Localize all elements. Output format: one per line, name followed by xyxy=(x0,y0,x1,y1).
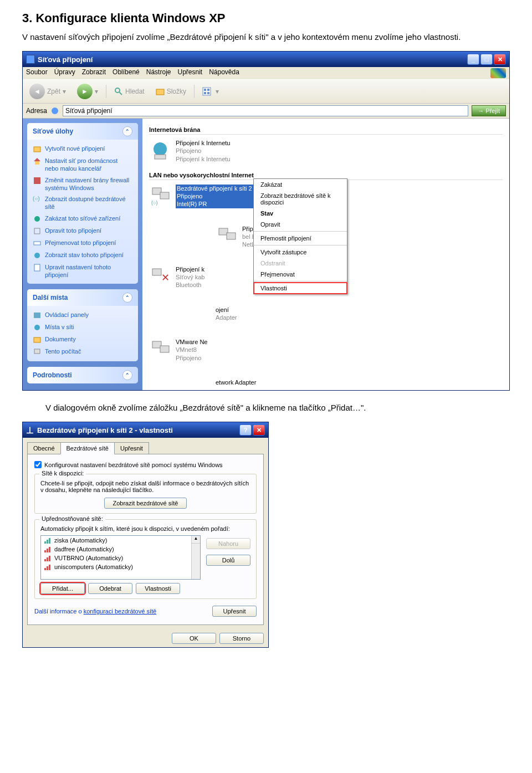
menu-tools[interactable]: Nástroje xyxy=(146,68,171,78)
connection-adapter[interactable]: ojeníAdapter xyxy=(216,306,360,322)
remove-button[interactable]: Odebrat xyxy=(88,583,132,594)
ctx-delete: Odstranit xyxy=(254,258,347,269)
tab-advanced[interactable]: Upřesnit xyxy=(114,442,149,454)
svg-rect-5 xyxy=(207,89,209,91)
props-titlebar[interactable]: ⊥ Bezdrátové připojení k síti 2 - vlastn… xyxy=(23,422,268,438)
intro-paragraph: V nastavení síťových připojení zvolíme „… xyxy=(22,31,510,43)
separator xyxy=(254,245,347,245)
svg-rect-20 xyxy=(34,337,40,342)
ctx-show-wireless[interactable]: Zobrazit bezdrátové sítě k dispozici xyxy=(254,190,347,208)
svg-rect-43 xyxy=(49,556,50,561)
minimize-button[interactable]: _ xyxy=(467,54,479,65)
section-heading: 3. Konfigurace klienta Windows XP xyxy=(22,11,510,25)
network-adapter-icon: ✕ xyxy=(149,265,171,288)
address-input[interactable] xyxy=(63,105,468,116)
task-setup-home[interactable]: Nastavit síť pro domácnost nebo malou ka… xyxy=(33,155,132,175)
collapse-icon[interactable]: ⌃ xyxy=(122,370,132,380)
move-down-button[interactable]: Dolů xyxy=(206,555,250,566)
ctx-status[interactable]: Stav xyxy=(254,208,347,219)
connection-network-adapter[interactable]: etwork Adapter xyxy=(216,378,360,386)
properties-button[interactable]: Vlastnosti xyxy=(136,583,180,594)
add-button[interactable]: Přidat... xyxy=(40,583,85,594)
svg-rect-40 xyxy=(49,547,50,552)
close-button[interactable]: ✕ xyxy=(494,54,506,65)
svg-rect-9 xyxy=(34,147,40,152)
use-windows-config-checkbox[interactable] xyxy=(34,461,42,468)
menu-favorites[interactable]: Oblíbené xyxy=(112,68,140,78)
svg-rect-41 xyxy=(44,559,46,561)
views-button[interactable]: ▾ xyxy=(199,85,222,98)
tab-general[interactable]: Obecné xyxy=(27,442,61,454)
tab-content: Konfigurovat nastavení bezdrátové sítě p… xyxy=(27,454,264,625)
scroll-up-icon[interactable]: ▲ xyxy=(192,536,200,544)
task-repair[interactable]: Opravit toto připojení xyxy=(33,225,132,237)
address-bar: Adresa → Přejít xyxy=(23,104,509,119)
place-documents[interactable]: Dokumenty xyxy=(33,334,132,346)
place-my-computer[interactable]: Tento počítač xyxy=(33,346,132,358)
ctx-rename[interactable]: Přejmenovat xyxy=(254,269,347,280)
use-windows-config-label: Konfigurovat nastavení bezdrátové sítě p… xyxy=(44,462,223,468)
menu-advanced[interactable]: Upřesnit xyxy=(177,68,202,78)
mid-paragraph: V dialogovém okně zvolíme záložku „Bezdr… xyxy=(22,402,510,413)
collapse-icon[interactable]: ⌃ xyxy=(122,293,132,303)
separator xyxy=(254,231,347,232)
place-control-panel[interactable]: Ovládací panely xyxy=(33,309,132,321)
back-button[interactable]: ◄Zpět ▾ xyxy=(26,82,69,101)
ctx-properties[interactable]: Vlastnosti xyxy=(254,283,347,294)
ctx-disable[interactable]: Zakázat xyxy=(254,179,347,190)
go-button[interactable]: → Přejít xyxy=(472,105,506,116)
task-disable[interactable]: Zakázat toto síťové zařízení xyxy=(33,213,132,225)
wireless-config-link[interactable]: konfiguraci bezdrátové sítě xyxy=(84,608,156,615)
svg-rect-15 xyxy=(34,242,40,245)
other-places-header[interactable]: Další místa ⌃ xyxy=(27,289,138,306)
connection-internet[interactable]: Připojení k InternetuPřipojenoPřipojení … xyxy=(149,139,293,163)
ctx-repair[interactable]: Opravit xyxy=(254,219,347,230)
svg-rect-7 xyxy=(207,92,209,94)
maximize-button[interactable]: □ xyxy=(480,54,493,65)
ctx-create-shortcut[interactable]: Vytvořit zástupce xyxy=(254,247,347,258)
preferred-networks-list[interactable]: ziska (Automaticky) dadfree (Automaticky… xyxy=(40,535,201,580)
close-button[interactable]: ✕ xyxy=(253,424,265,436)
cancel-button[interactable]: Storno xyxy=(219,633,264,644)
details-header[interactable]: Podrobnosti ⌃ xyxy=(27,367,138,383)
menu-bar: Soubor Úpravy Zobrazit Oblíbené Nástroje… xyxy=(23,67,509,79)
tab-wireless[interactable]: Bezdrátové sítě xyxy=(60,442,115,454)
task-create-connection[interactable]: Vytvořit nové připojení xyxy=(33,143,132,155)
svg-rect-6 xyxy=(204,92,206,94)
menu-help[interactable]: Nápověda xyxy=(209,68,239,78)
menu-file[interactable]: Soubor xyxy=(26,68,48,78)
window-titlebar[interactable]: Síťová připojení _ □ ✕ xyxy=(23,52,509,67)
task-view-wireless[interactable]: (○)Zobrazit dostupné bezdrátové sítě xyxy=(33,193,132,213)
place-network[interactable]: Místa v síti xyxy=(33,321,132,334)
menu-edit[interactable]: Úpravy xyxy=(54,68,75,78)
task-status[interactable]: Zobrazit stav tohoto připojení xyxy=(33,249,132,262)
window-buttons: _ □ ✕ xyxy=(467,54,506,65)
svg-rect-32 xyxy=(160,346,169,352)
svg-point-19 xyxy=(34,325,40,330)
task-firewall[interactable]: Změnit nastavení brány firewall systému … xyxy=(33,175,132,194)
advanced-button[interactable]: Upřesnit xyxy=(212,606,257,617)
svg-rect-44 xyxy=(44,568,46,570)
ok-button[interactable]: OK xyxy=(172,633,216,644)
help-button[interactable]: ? xyxy=(239,424,252,436)
folders-button[interactable]: Složky xyxy=(152,85,190,98)
forward-button[interactable]: ► ▾ xyxy=(74,82,101,101)
show-wireless-button[interactable]: Zobrazit bezdrátové sítě xyxy=(104,498,186,509)
menu-view[interactable]: Zobrazit xyxy=(82,68,106,78)
group-title: Upřednostňované sítě: xyxy=(39,515,105,522)
task-properties[interactable]: Upravit nastavení tohoto připojení xyxy=(33,262,132,281)
svg-rect-2 xyxy=(156,89,164,95)
move-up-button: Nahoru xyxy=(206,538,250,549)
svg-text:(○): (○) xyxy=(151,200,157,206)
svg-rect-28 xyxy=(227,233,236,239)
ctx-bridge[interactable]: Přemostit připojení xyxy=(254,233,347,244)
connection-vmware[interactable]: VMware NeVMnet8Připojeno xyxy=(149,338,293,362)
network-folder-icon xyxy=(50,106,59,115)
wireless-properties-window: ⊥ Bezdrátové připojení k síti 2 - vlastn… xyxy=(22,422,269,648)
network-tasks-header[interactable]: Síťové úlohy ⌃ xyxy=(27,123,138,140)
scrollbar[interactable]: ▲ xyxy=(191,536,200,579)
collapse-icon[interactable]: ⌃ xyxy=(122,126,132,136)
task-rename[interactable]: Přejmenovat toto připojení xyxy=(33,237,132,249)
search-button[interactable]: Hledat xyxy=(111,85,148,98)
svg-line-1 xyxy=(119,92,122,95)
